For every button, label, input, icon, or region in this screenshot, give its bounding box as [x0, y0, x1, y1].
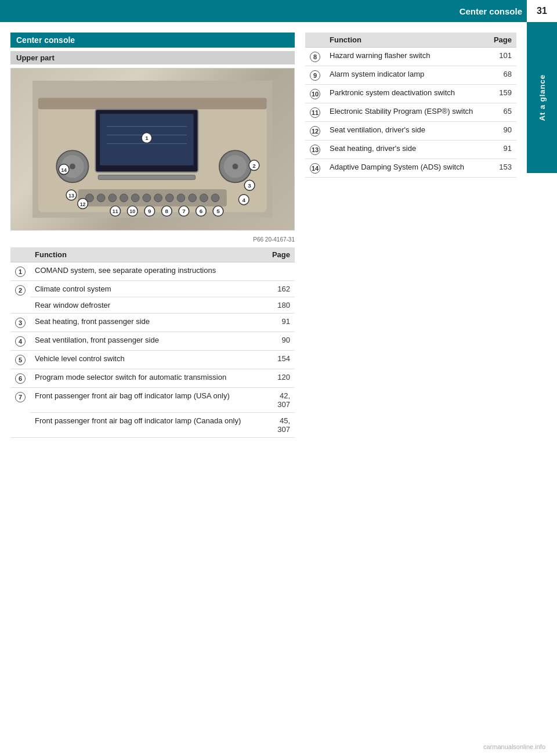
row-function: Front passenger front air bag off indica…: [30, 413, 266, 438]
table-row: Front passenger front air bag off indica…: [10, 413, 295, 438]
row-function: Electronic Stability Program (ESP®) swit…: [325, 103, 487, 122]
row-page: [266, 262, 295, 281]
svg-text:13: 13: [68, 193, 74, 199]
car-console-image: 1 2 3 4 5: [10, 68, 295, 231]
row-page: 90: [487, 122, 516, 141]
row-page: 162: [266, 281, 295, 297]
right-table-num-header: [305, 33, 325, 48]
row-page: 154: [266, 351, 295, 369]
row-page: 153: [487, 159, 516, 178]
row-function: Seat heating, front passenger side: [30, 314, 266, 332]
svg-text:7: 7: [182, 208, 186, 214]
row-function: Front passenger front air bag off indica…: [30, 388, 266, 413]
row-function: Climate control system: [30, 281, 266, 297]
row-function: Seat heating, driver's side: [325, 141, 487, 159]
svg-point-27: [211, 194, 219, 202]
row-number: 5: [10, 351, 30, 369]
svg-text:10: 10: [130, 208, 136, 214]
row-page: 45, 307: [266, 413, 295, 438]
row-number: 6: [10, 369, 30, 388]
svg-rect-8: [98, 175, 195, 179]
table-row: 7Front passenger front air bag off indic…: [10, 388, 295, 413]
table-row: 10Parktronic system deactivation switch1…: [305, 85, 516, 103]
row-function: Rear window defroster: [30, 297, 266, 314]
right-function-table: Function Page 8Hazard warning flasher sw…: [305, 33, 516, 178]
row-page: 65: [487, 103, 516, 122]
page-number: 31: [527, 0, 557, 22]
svg-point-14: [233, 164, 238, 170]
svg-text:1: 1: [145, 135, 149, 141]
svg-text:11: 11: [113, 208, 118, 214]
table-row: 8Hazard warning flasher switch101: [305, 48, 516, 66]
section-title: Center console: [10, 33, 295, 48]
row-number: 4: [10, 332, 30, 351]
right-table-page-header: Page: [487, 33, 516, 48]
row-number: 2: [10, 281, 30, 314]
row-function: Program mode selector switch for automat…: [30, 369, 266, 388]
table-row: 2Climate control system162: [10, 281, 295, 297]
svg-text:2: 2: [253, 162, 256, 168]
left-column: Center console Upper part: [10, 33, 295, 438]
table-row: 9Alarm system indicator lamp68: [305, 66, 516, 85]
sub-title: Upper part: [10, 51, 295, 64]
row-function: Seat ventilation, front passenger side: [30, 332, 266, 351]
table-row: Rear window defroster180: [10, 297, 295, 314]
row-number: 8: [305, 48, 325, 66]
svg-text:14: 14: [61, 167, 67, 172]
svg-point-21: [143, 194, 151, 202]
table-row: 5Vehicle level control switch154: [10, 351, 295, 369]
svg-point-24: [177, 194, 185, 202]
row-number: 7: [10, 388, 30, 438]
table-function-header: Function: [30, 247, 266, 262]
svg-text:5: 5: [216, 208, 220, 214]
row-page: 91: [487, 141, 516, 159]
row-page: 90: [266, 332, 295, 351]
row-page: 68: [487, 66, 516, 85]
header-title: Center console: [460, 6, 522, 16]
watermark: carmanualsonline.info: [483, 743, 545, 750]
row-page: 120: [266, 369, 295, 388]
svg-rect-2: [38, 98, 267, 109]
svg-point-18: [108, 194, 117, 202]
row-function: COMAND system, see separate operating in…: [30, 262, 266, 281]
row-function: Parktronic system deactivation switch: [325, 85, 487, 103]
table-row: 6Program mode selector switch for automa…: [10, 369, 295, 388]
row-page: 159: [487, 85, 516, 103]
table-row: 12Seat ventilation, driver's side90: [305, 122, 516, 141]
table-row: 13Seat heating, driver's side91: [305, 141, 516, 159]
svg-point-23: [166, 194, 174, 202]
row-number: 1: [10, 262, 30, 281]
row-function: Hazard warning flasher switch: [325, 48, 487, 66]
right-column: Function Page 8Hazard warning flasher sw…: [305, 33, 516, 438]
svg-point-26: [200, 194, 208, 202]
svg-text:9: 9: [148, 208, 151, 214]
row-function: Alarm system indicator lamp: [325, 66, 487, 85]
svg-text:6: 6: [200, 208, 203, 214]
row-number: 3: [10, 314, 30, 332]
row-number: 12: [305, 122, 325, 141]
svg-point-20: [132, 194, 140, 202]
table-row: 3Seat heating, front passenger side91: [10, 314, 295, 332]
row-number: 9: [305, 66, 325, 85]
row-page: 91: [266, 314, 295, 332]
side-tab: At a glance: [527, 22, 557, 173]
svg-point-17: [97, 194, 105, 202]
svg-point-25: [189, 194, 197, 202]
side-tab-label: At a glance: [538, 74, 547, 121]
right-table-function-header: Function: [325, 33, 487, 48]
svg-text:12: 12: [80, 201, 86, 207]
table-row: 14Adaptive Damping System (ADS) switch15…: [305, 159, 516, 178]
row-page: 42, 307: [266, 388, 295, 413]
row-number: 13: [305, 141, 325, 159]
table-row: 4Seat ventilation, front passenger side9…: [10, 332, 295, 351]
row-number: 14: [305, 159, 325, 178]
svg-point-19: [120, 194, 128, 202]
svg-text:4: 4: [243, 197, 246, 203]
row-number: 10: [305, 85, 325, 103]
left-function-table: Function Page 1COMAND system, see separa…: [10, 247, 295, 438]
svg-text:3: 3: [248, 182, 252, 189]
image-caption: P66 20-4167-31: [10, 236, 295, 243]
row-function: Vehicle level control switch: [30, 351, 266, 369]
svg-point-22: [154, 194, 162, 202]
row-page: 180: [266, 297, 295, 314]
